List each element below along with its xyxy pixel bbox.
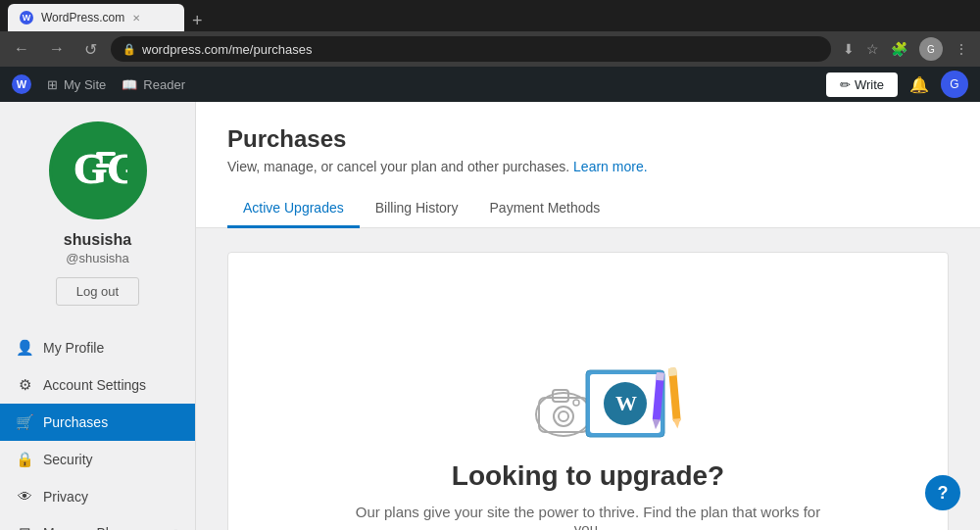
upgrade-card: W Looking to upgrade? Our plans give you…: [227, 252, 949, 530]
svg-text:W: W: [615, 391, 637, 415]
svg-rect-5: [553, 390, 568, 402]
manage-blogs-icon: ⊞: [16, 524, 33, 530]
content-body: W Looking to upgrade? Our plans give you…: [196, 228, 980, 530]
help-button[interactable]: ?: [925, 475, 960, 510]
extensions-icon[interactable]: 🧩: [887, 37, 911, 61]
notifications-icon[interactable]: 🔔: [909, 75, 929, 94]
lock-icon: 🔒: [122, 43, 136, 56]
back-button[interactable]: ←: [8, 36, 35, 62]
address-bar[interactable]: 🔒 wordpress.com/me/purchases: [111, 36, 831, 62]
topbar-avatar[interactable]: G: [941, 71, 968, 98]
my-site-icon: ⊞: [47, 77, 58, 92]
url-text: wordpress.com/me/purchases: [142, 42, 312, 57]
sidebar-item-security[interactable]: 🔒 Security: [0, 441, 195, 478]
active-tab[interactable]: W WordPress.com ✕: [8, 4, 184, 31]
write-button[interactable]: ✏ Write: [826, 72, 898, 97]
svg-rect-17: [656, 372, 664, 381]
sidebar-item-purchases[interactable]: 🛒 Purchases: [0, 404, 195, 441]
my-site-nav[interactable]: ⊞ My Site: [47, 77, 106, 92]
privacy-icon: 👁: [16, 488, 33, 505]
sidebar-item-label: Manage Blogs: [43, 525, 160, 530]
reader-nav[interactable]: 📖 Reader: [122, 77, 185, 92]
security-icon: 🔒: [16, 451, 33, 468]
svg-point-7: [559, 411, 568, 421]
wp-logo[interactable]: W: [12, 74, 31, 94]
purchases-icon: 🛒: [16, 413, 33, 431]
sidebar-item-manage-blogs[interactable]: ⊞ Manage Blogs ↗: [0, 514, 195, 530]
sidebar-item-label: Privacy: [43, 489, 179, 505]
tab-close-icon[interactable]: ✕: [132, 13, 140, 24]
account-settings-icon: ⚙: [16, 376, 33, 394]
profile-icon[interactable]: G: [915, 33, 947, 65]
page-subtitle: View, manage, or cancel your plan and ot…: [227, 159, 949, 174]
sidebar-item-account-settings[interactable]: ⚙ Account Settings: [0, 366, 195, 404]
svg-rect-1: [96, 152, 116, 156]
wp-logo-icon: W: [12, 74, 31, 94]
sidebar-nav: 👤 My Profile ⚙ Account Settings 🛒 Purcha…: [0, 321, 195, 530]
tab-title: WordPress.com: [41, 11, 124, 24]
browser-action-icons: ⬇ ☆ 🧩 G ⋮: [839, 33, 972, 65]
sidebar: GG shusisha @shusisha Log out 👤 My Profi…: [0, 102, 196, 530]
avatar: GG: [49, 121, 147, 219]
svg-rect-14: [668, 367, 677, 376]
page-tabs: Active Upgrades Billing History Payment …: [227, 190, 949, 227]
reader-icon: 📖: [122, 77, 137, 92]
main-layout: GG shusisha @shusisha Log out 👤 My Profi…: [0, 102, 980, 530]
browser-nav-bar: ← → ↺ 🔒 wordpress.com/me/purchases ⬇ ☆ 🧩…: [0, 31, 980, 67]
profile-avatar: G: [919, 37, 943, 61]
sidebar-item-label: My Profile: [43, 340, 179, 356]
tab-billing-history[interactable]: Billing History: [360, 190, 474, 228]
wp-topbar-left: W ⊞ My Site 📖 Reader: [12, 74, 185, 94]
sidebar-item-label: Purchases: [43, 414, 179, 430]
svg-rect-2: [96, 164, 110, 168]
upgrade-title: Looking to upgrade?: [452, 460, 724, 492]
wp-topbar: W ⊞ My Site 📖 Reader ✏ Write 🔔 G: [0, 67, 980, 102]
sidebar-item-label: Account Settings: [43, 377, 179, 393]
bookmark-icon[interactable]: ☆: [862, 37, 883, 61]
my-profile-icon: 👤: [16, 339, 33, 357]
page-header: Purchases View, manage, or cancel your p…: [196, 102, 980, 228]
forward-button[interactable]: →: [43, 36, 71, 62]
new-tab-button[interactable]: +: [184, 11, 211, 31]
download-icon[interactable]: ⬇: [839, 37, 858, 61]
sidebar-item-privacy[interactable]: 👁 Privacy: [0, 478, 195, 514]
upgrade-subtitle: Our plans give your site the power to th…: [343, 504, 833, 530]
sidebar-handle: @shusisha: [66, 251, 129, 265]
browser-tab-bar: W WordPress.com ✕ +: [0, 0, 980, 31]
svg-point-3: [536, 393, 591, 436]
tab-payment-methods[interactable]: Payment Methods: [474, 190, 616, 228]
wp-topbar-right: ✏ Write 🔔 G: [826, 71, 968, 98]
external-link-icon: ↗: [170, 526, 179, 530]
menu-icon[interactable]: ⋮: [951, 37, 972, 61]
svg-point-6: [554, 407, 573, 426]
wp-favicon: W: [20, 11, 33, 24]
svg-point-8: [573, 400, 579, 406]
sidebar-profile: GG shusisha @shusisha Log out: [0, 102, 195, 321]
reload-button[interactable]: ↺: [78, 36, 103, 63]
sidebar-item-my-profile[interactable]: 👤 My Profile: [0, 329, 195, 366]
my-site-label: My Site: [64, 77, 106, 92]
logout-button[interactable]: Log out: [56, 277, 139, 306]
avatar-initials: GG: [69, 142, 127, 199]
tab-active-upgrades[interactable]: Active Upgrades: [227, 190, 360, 228]
sidebar-item-label: Security: [43, 452, 179, 467]
content-area: Purchases View, manage, or cancel your p…: [196, 102, 980, 530]
page-title: Purchases: [227, 125, 949, 153]
sidebar-username: shusisha: [64, 231, 131, 249]
learn-more-link[interactable]: Learn more.: [573, 159, 647, 174]
upgrade-illustration: W: [510, 312, 666, 429]
reader-label: Reader: [143, 77, 185, 92]
